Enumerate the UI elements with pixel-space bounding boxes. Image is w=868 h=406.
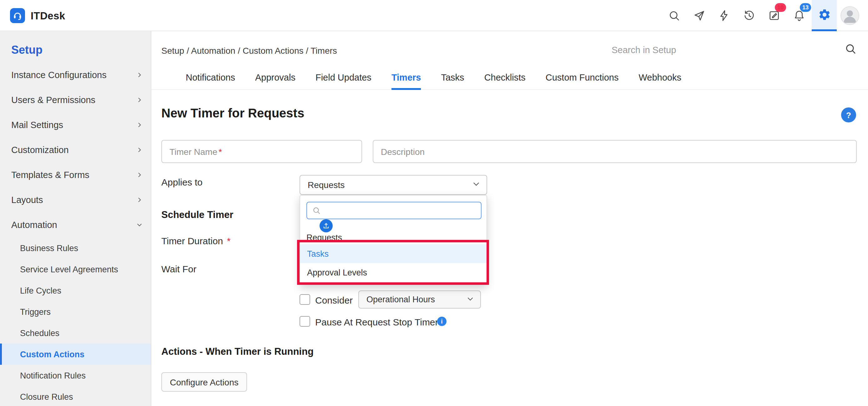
- sidebar-item-schedules[interactable]: Schedules: [0, 322, 151, 343]
- sidebar-item-automation[interactable]: Automation: [0, 212, 151, 237]
- tab-notifications[interactable]: Notifications: [186, 65, 235, 90]
- pause-label: Pause At Request Stop Timer: [315, 317, 438, 327]
- chevron-right-icon: [136, 70, 143, 80]
- explore-icon[interactable]: [687, 0, 712, 31]
- brand[interactable]: ITDesk: [10, 0, 65, 31]
- chevron-right-icon: [136, 195, 143, 205]
- setup-sidebar: Setup Instance Configurations Users & Pe…: [0, 31, 151, 406]
- tab-timers[interactable]: Timers: [392, 65, 421, 90]
- search-icon[interactable]: [662, 0, 687, 31]
- configure-actions-button[interactable]: Configure Actions: [161, 372, 247, 392]
- setup-search: [612, 40, 857, 60]
- chevron-right-icon: [136, 95, 143, 105]
- tab-checklists[interactable]: Checklists: [484, 65, 526, 90]
- feedback-count-badge: 10: [775, 3, 786, 12]
- feedback-icon[interactable]: 10: [762, 0, 787, 31]
- chevron-right-icon: [136, 120, 143, 130]
- consider-checkbox[interactable]: [300, 294, 310, 305]
- timer-duration-label: Timer Duration *: [161, 235, 230, 246]
- sidebar-item-customization[interactable]: Customization: [0, 137, 151, 162]
- tab-field-updates[interactable]: Field Updates: [315, 65, 371, 90]
- dropdown-item-requests[interactable]: Requests: [306, 218, 482, 243]
- sidebar-item-closure-rules[interactable]: Closure Rules: [0, 386, 151, 406]
- dropdown-search-input[interactable]: [324, 206, 476, 215]
- topbar-actions: 10 13: [662, 0, 859, 31]
- sidebar-item-service-level-agreements[interactable]: Service Level Agreements: [0, 259, 151, 280]
- notifications-count-badge: 13: [800, 3, 811, 12]
- sidebar-item-users-permissions[interactable]: Users & Permissions: [0, 88, 151, 112]
- history-icon[interactable]: [737, 0, 762, 31]
- requests-module-icon: [319, 219, 333, 232]
- timer-name-placeholder: Timer Name: [169, 146, 217, 157]
- itdesk-logo-icon: [10, 8, 25, 23]
- tabs: Notifications Approvals Field Updates Ti…: [186, 65, 681, 90]
- chevron-right-icon: [136, 170, 143, 180]
- required-asterisk: *: [227, 235, 231, 246]
- sidebar-item-business-rules[interactable]: Business Rules: [0, 237, 151, 259]
- topbar: ITDesk 10 13: [0, 0, 868, 31]
- applies-to-dropdown-panel: Requests Tasks Approval Levels: [300, 195, 487, 285]
- settings-gear-icon[interactable]: [812, 0, 837, 31]
- app-name: ITDesk: [31, 10, 65, 22]
- required-asterisk: *: [219, 146, 222, 157]
- consider-label: Consider: [315, 295, 353, 305]
- actions-heading: Actions - When Timer is Running: [161, 346, 314, 357]
- sidebar-item-notification-rules[interactable]: Notification Rules: [0, 365, 151, 386]
- chevron-down-icon: [136, 220, 143, 230]
- dropdown-item-approval-levels[interactable]: Approval Levels: [300, 263, 488, 282]
- applies-to-label: Applies to: [161, 177, 203, 188]
- sidebar-item-templates-forms[interactable]: Templates & Forms: [0, 162, 151, 188]
- schedule-timer-heading: Schedule Timer: [161, 209, 233, 221]
- sidebar-item-life-cycles[interactable]: Life Cycles: [0, 280, 151, 301]
- wait-for-label: Wait For: [161, 264, 196, 274]
- sidebar-item-mail-settings[interactable]: Mail Settings: [0, 112, 151, 137]
- chevron-down-icon: [467, 295, 474, 304]
- page-title: New Timer for Requests: [161, 106, 304, 121]
- tab-approvals[interactable]: Approvals: [255, 65, 296, 90]
- pause-at-request-stop-timer-checkbox[interactable]: [300, 316, 310, 327]
- notifications-bell-icon[interactable]: 13: [787, 0, 812, 31]
- sidebar-nav: Instance Configurations Users & Permissi…: [0, 58, 151, 406]
- chevron-right-icon: [136, 145, 143, 155]
- description-field: [373, 140, 857, 163]
- tabs-row: Notifications Approvals Field Updates Ti…: [151, 65, 868, 90]
- setup-search-input[interactable]: [612, 45, 844, 55]
- tab-custom-functions[interactable]: Custom Functions: [546, 65, 619, 90]
- chevron-down-icon: [472, 180, 480, 190]
- help-icon[interactable]: ?: [841, 107, 856, 123]
- sidebar-title: Setup: [0, 31, 151, 58]
- sidebar-item-layouts[interactable]: Layouts: [0, 188, 151, 212]
- dropdown-search-box: [306, 202, 482, 219]
- user-avatar[interactable]: [840, 6, 859, 25]
- info-icon[interactable]: i: [437, 317, 446, 326]
- tab-tasks[interactable]: Tasks: [441, 65, 464, 90]
- sidebar-item-custom-actions[interactable]: Custom Actions: [0, 343, 151, 365]
- timer-name-input[interactable]: Timer Name *: [161, 140, 362, 163]
- applies-to-select[interactable]: Requests: [300, 175, 487, 195]
- sidebar-item-triggers[interactable]: Triggers: [0, 301, 151, 322]
- search-icon[interactable]: [844, 42, 857, 58]
- sidebar-item-instance-configurations[interactable]: Instance Configurations: [0, 63, 151, 88]
- operational-hours-select[interactable]: Operational Hours: [358, 291, 481, 309]
- breadcrumb[interactable]: Setup / Automation / Custom Actions / Ti…: [161, 45, 337, 56]
- tab-webhooks[interactable]: Webhooks: [639, 65, 682, 90]
- description-input[interactable]: [381, 146, 848, 157]
- dropdown-item-tasks[interactable]: Tasks: [300, 244, 488, 263]
- quick-actions-icon[interactable]: [712, 0, 737, 31]
- app-window: ITDesk 10 13: [0, 0, 868, 406]
